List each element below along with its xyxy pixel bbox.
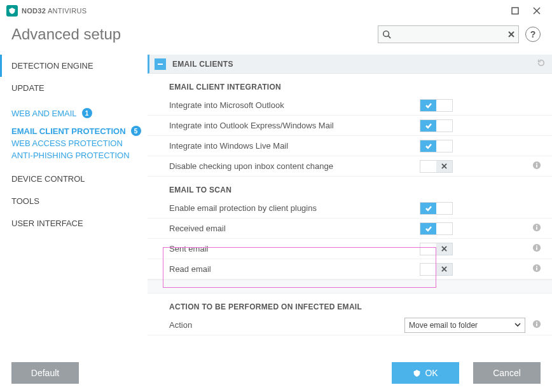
toggle[interactable] [420,160,453,173]
cancel-button[interactable]: Cancel [473,362,541,384]
sidebar-item-update[interactable]: UPDATE [1,77,148,99]
svg-rect-10 [536,246,537,247]
sidebar-item-tools[interactable]: TOOLS [1,190,148,212]
sidebar-item-web-and-email[interactable]: WEB AND EMAIL 1 Email client protection … [1,99,148,168]
svg-rect-0 [512,8,518,14]
row-label: Action [169,320,404,330]
svg-point-1 [383,31,389,37]
scan-row-1: Received email [148,219,552,239]
svg-rect-9 [536,247,537,250]
section-head-email-to-scan: EMAIL TO SCAN [148,177,552,198]
svg-rect-7 [536,226,537,227]
scan-row-0: Enable email protection by client plugin… [148,198,552,219]
scan-row-3: Read email [148,259,552,280]
dropdown-value: Move email to folder [409,321,478,330]
row-label: Received email [169,224,420,233]
info-icon[interactable] [529,264,544,274]
badge: 5 [131,126,141,136]
maximize-button[interactable] [506,4,524,18]
search-input[interactable] [391,30,508,39]
search-icon [382,30,391,39]
info-icon[interactable] [529,243,544,254]
info-icon[interactable] [529,320,544,330]
row-label: Sent email [169,244,420,253]
toggle[interactable] [420,222,453,235]
toggle[interactable] [420,243,453,255]
integration-row-1: Integrate into Outlook Express/Windows M… [148,116,552,136]
button-label: Cancel [493,368,521,378]
toggle[interactable] [420,119,453,132]
shield-icon [413,369,421,377]
svg-rect-13 [536,266,537,267]
integration-row-0: Integrate into Microsoft Outlook [148,95,552,116]
collapse-icon[interactable] [155,58,166,70]
sidebar-item-detection-engine[interactable]: DETECTION ENGINE [0,55,148,77]
svg-rect-16 [536,322,537,323]
svg-rect-15 [536,323,537,326]
ok-button[interactable]: OK [392,362,459,384]
row-label: Integrate into Microsoft Outlook [169,100,420,110]
window-controls [506,4,546,18]
scan-row-2: Sent email [148,239,552,259]
row-label: Integrate into Windows Live Mail [169,141,420,151]
info-icon[interactable] [529,223,544,234]
page-title: Advanced setup [11,25,121,43]
sidebar: DETECTION ENGINE UPDATE WEB AND EMAIL 1 … [0,55,148,353]
clear-search-icon[interactable] [508,30,514,39]
row-action: Action Move email to folder [148,315,552,335]
toggle[interactable] [420,202,453,215]
info-icon[interactable] [529,161,544,172]
revert-icon[interactable] [537,58,546,69]
svg-rect-3 [536,165,537,167]
brand-logo-icon [6,5,18,17]
default-button[interactable]: Default [11,362,79,384]
toggle[interactable] [420,99,453,112]
button-label: OK [425,368,438,378]
row-label: Read email [169,264,420,274]
badge: 1 [82,108,92,118]
sidebar-sub-email-client-protection[interactable]: Email client protection 5 [11,125,148,137]
section-head-integration: EMAIL CLIENT INTEGRATION [148,74,552,95]
button-label: Default [31,368,59,378]
integration-row-3: Disable checking upon inbox content chan… [148,156,552,177]
brand: NOD32 ANTIVIRUS [6,5,86,17]
sidebar-item-user-interface[interactable]: USER INTERFACE [1,212,148,234]
sidebar-item-device-control[interactable]: DEVICE CONTROL [1,168,148,190]
titlebar: NOD32 ANTIVIRUS [0,0,552,22]
sidebar-sub-anti-phishing-protection[interactable]: Anti-Phishing protection [11,149,148,161]
toggle[interactable] [420,263,453,276]
integration-row-2: Integrate into Windows Live Mail [148,136,552,156]
close-button[interactable] [528,4,546,18]
toggle[interactable] [420,140,453,152]
chevron-down-icon [514,321,521,330]
section-head-action-infected: ACTION TO BE PERFORMED ON INFECTED EMAIL [148,294,552,315]
help-button[interactable]: ? [525,27,541,42]
content: EMAIL CLIENTS EMAIL CLIENT INTEGRATION I… [148,55,552,353]
action-dropdown[interactable]: Move email to folder [404,318,525,333]
row-label: Integrate into Outlook Express/Windows M… [169,121,420,130]
svg-rect-6 [536,227,537,229]
sidebar-item-label: Email client protection [11,126,126,136]
section-title: EMAIL CLIENTS [172,60,233,69]
svg-rect-4 [536,163,537,165]
svg-rect-12 [536,267,537,270]
brand-text: NOD32 ANTIVIRUS [22,7,86,15]
sidebar-sub-web-access-protection[interactable]: Web access protection [11,137,148,149]
footer: Default OK Cancel [0,354,552,392]
sidebar-item-label: WEB AND EMAIL [11,109,77,118]
row-label: Enable email protection by client plugin… [169,203,420,213]
search-box[interactable] [378,25,519,43]
section-head-email-clients: EMAIL CLIENTS [148,55,552,74]
section-divider [148,280,552,294]
row-label: Disable checking upon inbox content chan… [169,161,420,171]
header: Advanced setup ? [0,22,552,55]
